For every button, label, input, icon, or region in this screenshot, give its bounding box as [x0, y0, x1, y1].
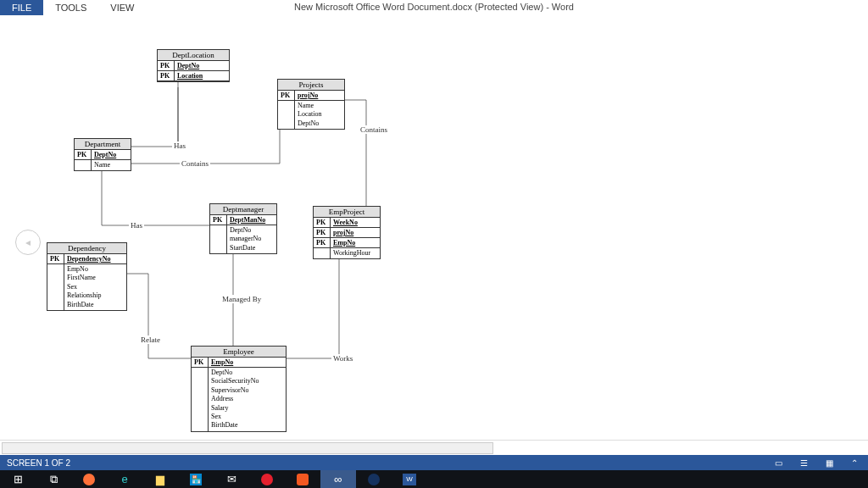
store-icon: 🏪 [190, 474, 202, 485]
entity-title: EmpProject [314, 207, 380, 218]
ribbon: FILE TOOLS VIEW [0, 0, 868, 15]
read-mode-icon[interactable]: ▭ [771, 457, 785, 469]
prev-page-button[interactable]: ◂ [15, 230, 41, 255]
document-area: DeptLocation PKDeptNo PKLocation Project… [0, 15, 868, 440]
taskview-button[interactable]: ⧉ [36, 470, 71, 488]
taskbar: ⊞ ⧉ e ▆ 🏪 ✉ ∞ W [0, 470, 868, 488]
taskbar-edge[interactable]: e [107, 470, 142, 488]
rel-works: Works [331, 354, 354, 363]
expand-icon[interactable]: ⌃ [848, 457, 861, 469]
taskbar-mail[interactable]: ✉ [214, 470, 249, 488]
rel-contains2: Contains [359, 125, 389, 134]
entity-title: Projects [278, 80, 344, 91]
app-icon [368, 474, 380, 485]
web-layout-icon[interactable]: ▦ [822, 457, 836, 469]
taskbar-opera[interactable] [249, 470, 285, 488]
taskbar-firefox[interactable] [71, 470, 107, 488]
taskbar-explorer[interactable]: ▆ [142, 470, 178, 488]
opera-icon [261, 474, 273, 485]
entity-deptmanager: Deptmanager PKDeptManNo DeptNomanagerNoS… [209, 203, 277, 254]
brave-icon [297, 474, 309, 485]
entity-title: Deptmanager [210, 204, 276, 215]
folder-icon: ▆ [156, 473, 164, 485]
word-icon: W [403, 474, 416, 485]
er-diagram: DeptLocation PKDeptNo PKLocation Project… [0, 15, 868, 440]
mail-icon: ✉ [227, 473, 236, 485]
entity-department: Department PKDeptNo Name [74, 138, 131, 171]
taskbar-brave[interactable] [285, 470, 320, 488]
entity-dependency: Dependency PKDependencyNo EmpNoFirstName… [47, 242, 127, 311]
chevron-left-icon: ◂ [25, 236, 31, 248]
entity-title: Employee [192, 347, 286, 358]
entity-title: DeptLocation [158, 50, 229, 61]
rel-relate: Relate [139, 336, 162, 344]
entity-title: Department [75, 139, 131, 150]
taskbar-app2[interactable] [356, 470, 392, 488]
statusbar: SCREEN 1 OF 2 ▭ ☰ ▦ ⌃ [0, 455, 868, 470]
rel-managedby: Managed By [220, 295, 263, 303]
start-button[interactable]: ⊞ [0, 470, 36, 488]
edge-icon: e [121, 473, 127, 485]
firefox-icon [83, 474, 95, 485]
tab-view[interactable]: VIEW [98, 0, 146, 15]
print-layout-icon[interactable]: ☰ [797, 457, 810, 469]
tab-tools[interactable]: TOOLS [43, 0, 98, 15]
entity-deptlocation: DeptLocation PKDeptNo PKLocation [157, 49, 230, 82]
entity-empproject: EmpProject PKWeekNo PKprojNo PKEmpNo Wor… [313, 206, 381, 259]
entity-projects: Projects PKprojNo NameLocationDeptNo [277, 79, 345, 130]
taskbar-word[interactable]: W [392, 470, 427, 488]
entity-employee: Employee PKEmpNo DeptNoSocialSecurityNoS… [191, 346, 287, 432]
scrollbar-thumb[interactable] [2, 442, 493, 454]
rel-has2: Has [129, 221, 144, 230]
taskbar-store[interactable]: 🏪 [178, 470, 214, 488]
app-icon: ∞ [334, 473, 342, 485]
rel-contains1: Contains [180, 159, 210, 168]
tab-file[interactable]: FILE [0, 0, 43, 15]
taskbar-app1[interactable]: ∞ [320, 470, 356, 488]
screen-indicator: SCREEN 1 OF 2 [7, 458, 70, 468]
rel-has1: Has [172, 141, 187, 150]
horizontal-scrollbar[interactable] [0, 440, 868, 455]
entity-title: Dependency [47, 243, 126, 254]
